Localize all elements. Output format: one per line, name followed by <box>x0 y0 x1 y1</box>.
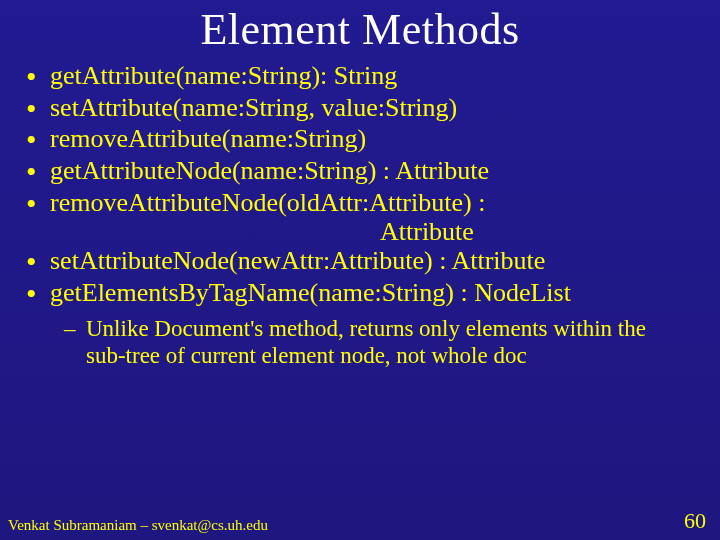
list-item: removeAttribute(name:String) <box>20 124 698 155</box>
list-item: setAttributeNode(newAttr:Attribute) : At… <box>20 246 698 277</box>
list-item-continuation: Attribute <box>0 217 720 247</box>
sub-list-item: Unlike Document's method, returns only e… <box>64 315 690 370</box>
list-item: removeAttributeNode(oldAttr:Attribute) : <box>20 188 698 219</box>
list-item: getAttribute(name:String): String <box>20 61 698 92</box>
sub-list: Unlike Document's method, returns only e… <box>0 315 720 370</box>
footer-author: Venkat Subramaniam – svenkat@cs.uh.edu <box>8 517 268 534</box>
slide-number: 60 <box>684 508 706 534</box>
bullet-list-cont: setAttributeNode(newAttr:Attribute) : At… <box>0 246 720 308</box>
list-item: getAttributeNode(name:String) : Attribut… <box>20 156 698 187</box>
slide-title: Element Methods <box>0 0 720 55</box>
list-item: getElementsByTagName(name:String) : Node… <box>20 278 698 309</box>
bullet-list: getAttribute(name:String): String setAtt… <box>0 61 720 218</box>
list-item: setAttribute(name:String, value:String) <box>20 93 698 124</box>
